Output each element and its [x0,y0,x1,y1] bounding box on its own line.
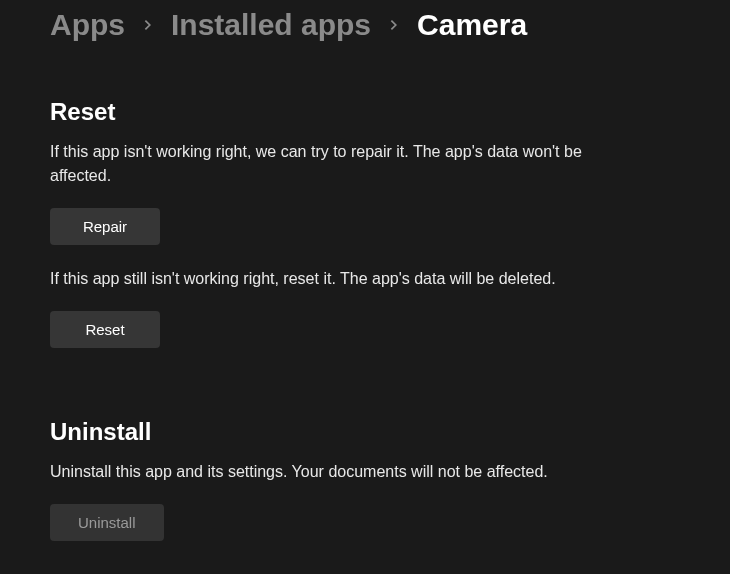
reset-description: If this app still isn't working right, r… [50,267,610,291]
uninstall-button[interactable]: Uninstall [50,504,164,541]
breadcrumb-current: Camera [417,8,527,42]
chevron-right-icon [141,18,155,32]
reset-title: Reset [50,98,680,126]
uninstall-title: Uninstall [50,418,680,446]
uninstall-section: Uninstall Uninstall this app and its set… [50,418,680,563]
breadcrumb-installed-apps[interactable]: Installed apps [171,8,371,42]
reset-button[interactable]: Reset [50,311,160,348]
reset-section: Reset If this app isn't working right, w… [50,98,680,370]
repair-description: If this app isn't working right, we can … [50,140,610,188]
chevron-right-icon [387,18,401,32]
uninstall-description: Uninstall this app and its settings. You… [50,460,610,484]
breadcrumb-apps[interactable]: Apps [50,8,125,42]
breadcrumb: Apps Installed apps Camera [50,8,680,42]
repair-button[interactable]: Repair [50,208,160,245]
